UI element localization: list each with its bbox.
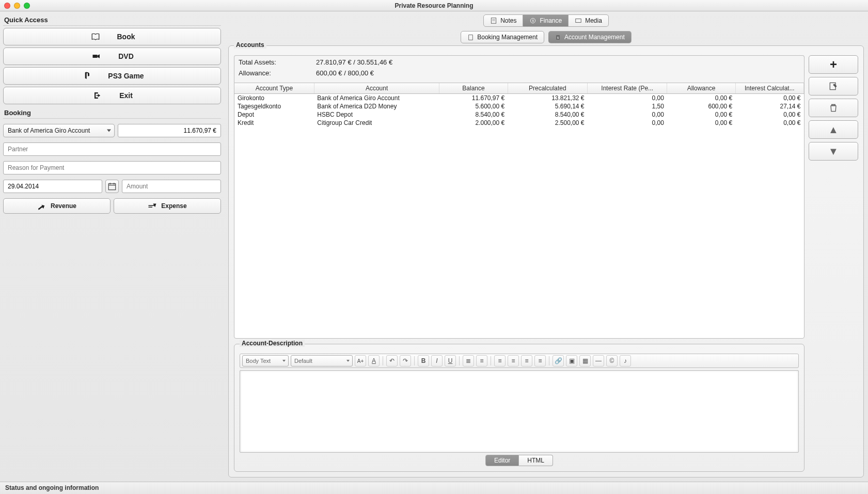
edit-account-button[interactable] (809, 77, 858, 95)
main-area: Notes $ Finance Media Booking Management… (224, 11, 868, 482)
th-account-type[interactable]: Account Type (234, 83, 314, 94)
editor-tab-html[interactable]: HTML (519, 455, 553, 466)
align-justify-button[interactable]: ≡ (534, 355, 546, 366)
editor-tab-editor[interactable]: Editor (485, 455, 519, 466)
italic-button[interactable]: I (431, 355, 443, 366)
move-down-button[interactable]: ▼ (809, 142, 858, 161)
underline-icon: U (448, 357, 453, 364)
cell-precalc: 13.821,32 € (508, 94, 587, 103)
cell-account: HSBC Depot (314, 110, 439, 119)
font-color-button[interactable]: A (368, 355, 380, 366)
th-allowance[interactable]: Allowance (667, 83, 735, 94)
cell-balance: 11.670,97 € (439, 94, 508, 103)
table-button[interactable]: ▦ (579, 355, 591, 366)
th-account[interactable]: Account (314, 83, 439, 94)
expense-button-label: Expense (161, 202, 186, 210)
bullet-list-button[interactable]: ≣ (463, 355, 474, 366)
th-precalculated[interactable]: Precalculated (508, 83, 587, 94)
date-field[interactable] (3, 180, 102, 193)
cell-balance: 8.540,00 € (439, 110, 508, 119)
revenue-button[interactable]: Revenue (3, 198, 111, 214)
exit-button-label: Exit (119, 91, 133, 100)
ps3-game-button[interactable]: PS3 Game (3, 67, 221, 85)
account-action-buttons: + ▲ ▼ (809, 55, 858, 472)
th-balance[interactable]: Balance (439, 83, 508, 94)
move-up-button[interactable]: ▲ (809, 120, 858, 139)
image-button[interactable]: ▣ (566, 355, 577, 366)
booking-balance-field[interactable] (118, 124, 221, 137)
cell-balance: 2.000,00 € (439, 119, 508, 127)
close-window-icon[interactable] (4, 3, 10, 9)
add-account-button[interactable]: + (809, 55, 858, 74)
table-header-row: Account Type Account Balance Precalculat… (234, 83, 804, 94)
italic-icon: I (436, 357, 437, 364)
font-increase-button[interactable]: A+ (355, 355, 366, 366)
dvd-button[interactable]: DVD (3, 47, 221, 65)
tab-account-management[interactable]: $ Account Management (548, 31, 632, 43)
svg-text:$: $ (557, 36, 559, 39)
redo-icon: ↷ (403, 357, 408, 364)
window-title: Private Resource Planning (0, 2, 868, 9)
expense-button[interactable]: Expense (114, 198, 221, 214)
document-icon (467, 34, 474, 41)
editor-mode-tabs: Editor HTML (240, 455, 799, 466)
toolbar-separator (383, 356, 383, 365)
table-row[interactable]: KreditCitigroup Car Credit2.000,00 €2.50… (234, 119, 804, 127)
cell-rate: 0,00 (588, 119, 667, 127)
table-row[interactable]: GirokontoBank of America Giro Account11.… (234, 94, 804, 103)
th-interest-calc[interactable]: Interest Calculat... (735, 83, 803, 94)
align-left-button[interactable]: ≡ (494, 355, 506, 366)
reason-field[interactable] (3, 161, 221, 174)
book-button[interactable]: Book (3, 28, 221, 45)
minimize-window-icon[interactable] (14, 3, 20, 9)
delete-account-button[interactable] (809, 99, 858, 117)
cell-account: Bank of America Giro Account (314, 94, 439, 103)
tab-media[interactable]: Media (569, 14, 609, 27)
cell-allowance: 0,00 € (667, 94, 735, 103)
editor-toolbar: Body Text Default A+ A ↶ ↷ B I U ≣ ≡ (240, 354, 799, 368)
zoom-window-icon[interactable] (24, 3, 30, 9)
editor-textarea[interactable] (240, 370, 799, 453)
book-button-label: Book (117, 33, 135, 41)
accounts-table[interactable]: Account Type Account Balance Precalculat… (234, 83, 804, 339)
number-list-button[interactable]: ≡ (476, 355, 487, 366)
font-increase-icon: A+ (357, 358, 364, 364)
toolbar-separator (414, 356, 415, 365)
style-select[interactable]: Body Text (242, 355, 289, 366)
tab-finance[interactable]: $ Finance (523, 14, 569, 27)
font-select[interactable]: Default (291, 355, 353, 366)
amount-field[interactable] (122, 180, 221, 193)
date-picker-button[interactable] (105, 180, 119, 193)
accounts-summary: Total Assets: 27.810,97 € / 30.551,46 € … (234, 55, 804, 83)
toolbar-separator (459, 356, 460, 365)
undo-icon: ↶ (389, 357, 394, 364)
attach-button[interactable]: ♪ (620, 355, 631, 366)
table-row[interactable]: DepotHSBC Depot8.540,00 €8.540,00 €0,000… (234, 110, 804, 119)
account-description-label: Account-Description (240, 340, 305, 347)
align-right-button[interactable]: ≡ (521, 355, 532, 366)
underline-button[interactable]: U (445, 355, 456, 366)
undo-button[interactable]: ↶ (386, 355, 398, 366)
number-list-icon: ≡ (480, 357, 483, 364)
tab-finance-label: Finance (540, 17, 562, 24)
align-center-button[interactable]: ≡ (508, 355, 519, 366)
tab-notes[interactable]: Notes (483, 14, 523, 27)
cell-precalc: 5.690,14 € (508, 102, 587, 110)
window-controls (4, 3, 30, 9)
exit-button[interactable]: Exit (3, 87, 221, 104)
tab-booking-management[interactable]: Booking Management (461, 31, 544, 43)
hr-button[interactable]: — (593, 355, 604, 366)
allowance-label: Allowance: (239, 69, 316, 77)
cell-rate: 0,00 (588, 110, 667, 119)
table-row[interactable]: TagesgeldkontoBank of America D2D Money5… (234, 102, 804, 110)
calendar-icon (107, 182, 117, 191)
redo-button[interactable]: ↷ (400, 355, 411, 366)
bold-button[interactable]: B (418, 355, 429, 366)
partner-field[interactable] (3, 142, 221, 156)
cell-type: Depot (234, 110, 314, 119)
booking-account-select[interactable]: Bank of America Giro Account (3, 124, 115, 137)
toolbar-separator (491, 356, 491, 365)
link-button[interactable]: 🔗 (553, 355, 564, 366)
th-interest-rate[interactable]: Interest Rate (Pe... (588, 83, 667, 94)
symbol-button[interactable]: © (606, 355, 618, 366)
